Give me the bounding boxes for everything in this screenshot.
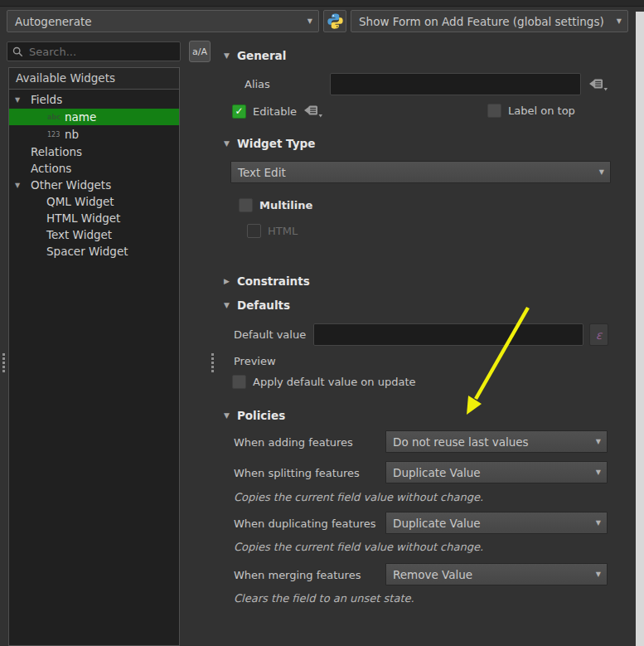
tree-item-qml-widget[interactable]: QML Widget — [9, 193, 179, 210]
alias-override-button[interactable] — [588, 77, 608, 95]
section-policies[interactable]: ▼ Policies — [224, 409, 285, 422]
chevron-down-icon: ▼ — [596, 519, 601, 527]
tree-item-fields[interactable]: ▼Fields — [9, 91, 179, 108]
tree-item-actions[interactable]: Actions — [9, 160, 179, 177]
policy-splitting-label: When splitting features — [234, 467, 360, 479]
html-row: HTML — [247, 224, 298, 238]
default-value-input[interactable] — [313, 323, 583, 346]
field-type-123-icon: 123 — [47, 131, 65, 138]
tree-item-label: HTML Widget — [46, 211, 120, 225]
policy-adding-dropdown[interactable]: Do not reuse last values ▼ — [385, 430, 608, 453]
tree-item-name[interactable]: abcname — [9, 109, 179, 125]
search-input[interactable] — [29, 46, 175, 58]
data-defined-icon — [303, 104, 323, 119]
chevron-down-icon: ▼ — [596, 571, 601, 578]
policy-duplicating-hint: Copies the current field value without c… — [234, 541, 483, 553]
epsilon-icon: ε — [596, 328, 603, 342]
python-icon — [327, 12, 344, 30]
editable-label: Editable — [253, 105, 297, 118]
default-value-label: Default value — [234, 328, 306, 341]
chevron-down-icon: ▼ — [596, 438, 601, 445]
policy-splitting-dropdown[interactable]: Duplicate Value ▼ — [385, 461, 608, 483]
apply-default-label: Apply default value on update — [253, 376, 415, 388]
left-splitter-handle[interactable] — [2, 353, 6, 374]
apply-default-row: Apply default value on update — [232, 375, 415, 389]
layout-mode-value: Autogenerate — [15, 15, 92, 28]
chevron-down-icon: ▼ — [307, 17, 312, 25]
tree-item-text-widget[interactable]: Text Widget — [9, 226, 179, 243]
label-on-top-checkbox[interactable] — [487, 104, 501, 118]
tree-item-label: Text Widget — [46, 228, 112, 241]
vertical-scrollbar[interactable] — [636, 12, 644, 646]
apply-default-checkbox[interactable] — [232, 375, 246, 389]
case-sensitive-toggle[interactable]: a/A — [189, 41, 211, 62]
expression-builder-button[interactable]: ε — [589, 323, 608, 346]
tree-item-label: Fields — [31, 93, 62, 106]
section-defaults[interactable]: ▼ Defaults — [224, 299, 290, 312]
tree-item-label: nb — [65, 128, 79, 141]
form-suppress-value: Show Form on Add Feature (global setting… — [359, 15, 604, 28]
preview-label: Preview — [234, 355, 276, 367]
html-checkbox — [247, 224, 261, 238]
section-general[interactable]: ▼ General — [224, 49, 286, 62]
policy-duplicating-label: When duplicating features — [234, 517, 376, 530]
tree-item-label: Actions — [31, 162, 71, 175]
multiline-row: Multiline — [239, 198, 312, 212]
policy-merging-hint: Clears the field to an unset state. — [234, 592, 414, 605]
expander-icon[interactable]: ▼ — [15, 182, 20, 189]
python-init-button[interactable] — [323, 10, 346, 32]
tree-item-label: Spacer Widget — [46, 245, 128, 258]
available-widgets-header: Available Widgets — [9, 68, 179, 90]
multiline-label: Multiline — [259, 199, 312, 211]
policy-merging-dropdown[interactable]: Remove Value ▼ — [385, 563, 608, 585]
chevron-down-icon: ▼ — [599, 168, 604, 176]
chevron-down-icon: ▼ — [617, 17, 622, 25]
collapse-triangle-icon: ▼ — [224, 301, 230, 309]
policy-adding-label: When adding features — [234, 436, 353, 449]
tree-item-label: Relations — [31, 145, 82, 158]
label-on-top-row: Label on top — [487, 104, 575, 118]
policy-duplicating-dropdown[interactable]: Duplicate Value ▼ — [385, 512, 608, 534]
field-type-abc-icon: abc — [47, 114, 65, 121]
alias-label: Alias — [245, 78, 270, 90]
multiline-checkbox[interactable] — [239, 198, 253, 212]
section-constraints[interactable]: ▶ Constraints — [224, 274, 310, 288]
search-icon — [12, 46, 23, 57]
tree-item-nb[interactable]: 123nb — [9, 126, 179, 143]
tree-item-other-widgets[interactable]: ▼Other Widgets — [9, 177, 179, 193]
collapse-triangle-icon: ▶ — [224, 277, 230, 285]
widget-type-dropdown[interactable]: Text Edit ▼ — [230, 161, 611, 183]
expander-icon[interactable]: ▼ — [15, 96, 20, 104]
widget-type-value: Text Edit — [238, 166, 286, 179]
tree-item-label: name — [65, 110, 96, 124]
editable-checkbox[interactable]: ✓ — [232, 104, 246, 119]
widget-search[interactable] — [7, 41, 181, 61]
chevron-down-icon: ▼ — [596, 469, 601, 476]
html-label: HTML — [268, 225, 298, 237]
layout-mode-dropdown[interactable]: Autogenerate ▼ — [7, 10, 319, 32]
panel-splitter-handle[interactable] — [211, 353, 215, 374]
tree-item-label: QML Widget — [46, 195, 114, 208]
top-divider — [0, 0, 644, 7]
editable-row: ✓ Editable — [232, 104, 323, 119]
collapse-triangle-icon: ▼ — [224, 411, 230, 420]
form-suppress-dropdown[interactable]: Show Form on Add Feature (global setting… — [351, 10, 628, 32]
tree-item-label: Other Widgets — [31, 178, 111, 192]
section-widget-type[interactable]: ▼ Widget Type — [224, 137, 315, 150]
policy-splitting-hint: Copies the current field value without c… — [234, 491, 483, 503]
alias-input[interactable] — [330, 73, 581, 95]
tree-item-spacer-widget[interactable]: Spacer Widget — [9, 243, 179, 260]
label-on-top-label: Label on top — [508, 104, 575, 117]
tree-item-html-widget[interactable]: HTML Widget — [9, 210, 179, 226]
collapse-triangle-icon: ▼ — [224, 51, 230, 60]
editable-override-button[interactable] — [303, 104, 323, 119]
attributes-form-designer: Autogenerate ▼ Show Form on Add Feature … — [0, 0, 644, 646]
available-widgets-panel: Available Widgets ▼Fieldsabcname123nbRel… — [8, 67, 180, 646]
collapse-triangle-icon: ▼ — [224, 139, 230, 148]
data-defined-icon — [588, 77, 608, 92]
tree-item-relations[interactable]: Relations — [9, 143, 179, 160]
policy-merging-label: When merging features — [234, 569, 361, 581]
